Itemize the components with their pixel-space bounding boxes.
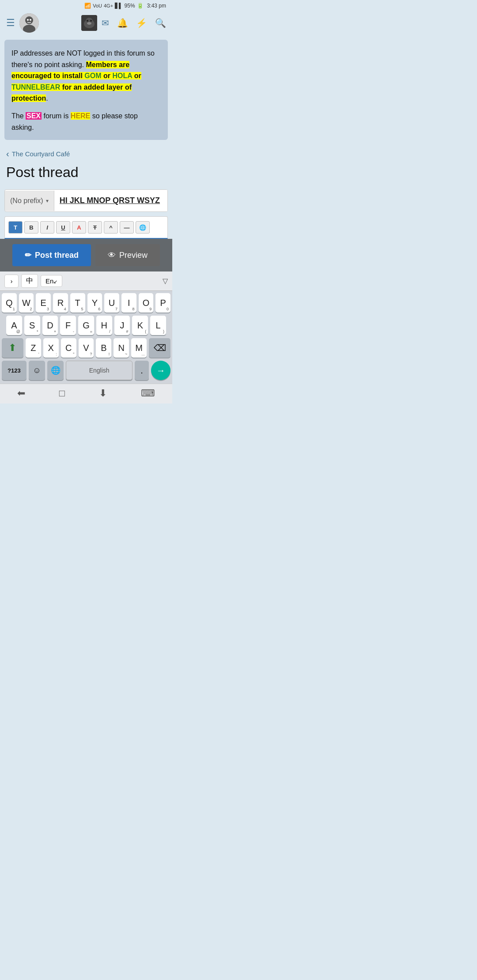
- post-thread-button[interactable]: ✏ Post thread: [12, 244, 91, 266]
- key-n[interactable]: N~: [114, 338, 129, 358]
- bottom-nav: ⬅ □ ⬇ ⌨: [0, 384, 172, 403]
- back-chevron-icon: ‹: [6, 149, 9, 159]
- breadcrumb-label: The Courtyard Café: [12, 150, 70, 158]
- key-l[interactable]: L): [150, 316, 166, 335]
- title-row: (No prefix) ▾: [4, 189, 168, 212]
- keyboard-nav-icon[interactable]: ⌨: [141, 388, 155, 399]
- preview-label: Preview: [119, 251, 148, 260]
- bolt-icon[interactable]: ⚡: [136, 18, 147, 28]
- key-p[interactable]: P0: [155, 293, 170, 313]
- svg-point-9: [90, 20, 92, 22]
- dropdown-arrow-icon: ▾: [46, 198, 49, 204]
- edit-icon: ✏: [25, 250, 31, 260]
- bluetooth-icon: 📶: [84, 3, 91, 9]
- key-h[interactable]: H/: [96, 316, 112, 335]
- key-e[interactable]: E3: [36, 293, 51, 313]
- nav-icons: ✉ 🔔 ⚡ 🔍: [102, 18, 166, 28]
- vol-icon: VoU: [93, 3, 102, 8]
- key-period[interactable]: .: [135, 361, 149, 380]
- prefix-dropdown[interactable]: (No prefix) ▾: [5, 191, 54, 211]
- key-q[interactable]: Q1: [2, 293, 17, 313]
- gorilla-avatar[interactable]: [81, 15, 97, 31]
- toolbar-hr-btn[interactable]: —: [120, 221, 134, 234]
- svg-point-10: [87, 22, 91, 25]
- keyboard-zh-btn[interactable]: 中: [21, 274, 38, 288]
- bell-icon[interactable]: 🔔: [117, 18, 128, 28]
- status-icons: 📶 VoU 4G+ ▋▌ 95% 🔋 3:43 pm: [84, 3, 166, 9]
- key-v[interactable]: V?: [79, 338, 94, 358]
- keyboard-expand-btn[interactable]: ›: [4, 275, 19, 288]
- key-b[interactable]: B!: [96, 338, 111, 358]
- key-r[interactable]: R4: [53, 293, 68, 313]
- thread-title-input[interactable]: [54, 190, 167, 211]
- key-y[interactable]: Y6: [87, 293, 102, 313]
- eye-icon: 👁: [108, 251, 116, 260]
- keyboard-collapse-icon[interactable]: ▽: [163, 277, 168, 285]
- toolbar-color-btn[interactable]: A: [72, 221, 86, 234]
- key-o[interactable]: O9: [139, 293, 154, 313]
- recent-nav-icon[interactable]: ⬇: [99, 388, 107, 399]
- search-icon[interactable]: 🔍: [155, 18, 166, 28]
- key-z[interactable]: Z': [26, 338, 41, 358]
- keyboard-row-2: A@ S* D+ F- G= H/ J# K( L): [0, 313, 172, 336]
- svg-point-8: [87, 20, 88, 22]
- keyboard-lang-options: › 中 En↙: [4, 274, 62, 288]
- key-k[interactable]: K(: [132, 316, 148, 335]
- key-globe[interactable]: 🌐: [47, 361, 64, 380]
- key-enter[interactable]: →: [151, 361, 170, 380]
- hamburger-menu[interactable]: ☰: [6, 17, 15, 29]
- key-shift[interactable]: ⬆: [2, 338, 23, 358]
- key-x[interactable]: X:: [43, 338, 59, 358]
- toolbar-text-btn[interactable]: T: [8, 221, 23, 234]
- key-u[interactable]: U7: [104, 293, 119, 313]
- keyboard-row-4: ?123 ☺ 🌐 English . →: [0, 358, 172, 384]
- key-d[interactable]: D+: [42, 316, 58, 335]
- here-link[interactable]: HERE: [71, 112, 90, 120]
- back-nav-icon[interactable]: ⬅: [17, 388, 25, 399]
- key-a[interactable]: A@: [6, 316, 22, 335]
- keyboard-row-3: ⬆ Z' X: C" V? B! N~ M... ⌫: [0, 336, 172, 358]
- battery-icon: 🔋: [137, 3, 144, 9]
- key-i[interactable]: I8: [121, 293, 136, 313]
- toolbar-italic-btn[interactable]: I: [40, 221, 54, 234]
- toolbar-strikethrough-btn[interactable]: T: [88, 221, 102, 234]
- toolbar-underline-btn[interactable]: U: [56, 221, 70, 234]
- lte-icon: 4G+: [104, 3, 113, 8]
- time: 3:43 pm: [147, 3, 166, 9]
- keyboard-en-btn[interactable]: En↙: [41, 275, 62, 287]
- mail-icon[interactable]: ✉: [102, 18, 109, 28]
- top-nav: ☰ ✉ 🔔 ⚡ 🔍: [0, 11, 172, 37]
- key-backspace[interactable]: ⌫: [149, 338, 170, 358]
- editor-toolbar: T B I U A T ^ — 🌐: [4, 216, 168, 239]
- info-box: IP addresses are NOT logged in this foru…: [4, 40, 168, 140]
- sex-badge: SEX: [26, 112, 42, 120]
- key-f[interactable]: F-: [60, 316, 76, 335]
- page-title: Post thread: [0, 162, 172, 187]
- key-m[interactable]: M...: [131, 338, 147, 358]
- key-c[interactable]: C": [61, 338, 76, 358]
- battery-percent: 95%: [125, 3, 135, 9]
- preview-button[interactable]: 👁 Preview: [95, 244, 160, 266]
- toolbar-superscript-btn[interactable]: ^: [104, 221, 118, 234]
- key-numbers[interactable]: ?123: [2, 361, 26, 380]
- info-text: IP addresses are NOT logged in this foru…: [11, 48, 161, 104]
- action-buttons: ✏ Post thread 👁 Preview: [0, 239, 172, 271]
- key-g[interactable]: G=: [78, 316, 94, 335]
- key-t[interactable]: T5: [70, 293, 85, 313]
- key-j[interactable]: J#: [114, 316, 130, 335]
- home-nav-icon[interactable]: □: [59, 388, 65, 399]
- user-avatar[interactable]: [19, 13, 39, 33]
- keyboard-top-bar: › 中 En↙ ▽: [0, 271, 172, 291]
- toolbar-bold-btn[interactable]: B: [24, 221, 38, 234]
- key-w[interactable]: W2: [19, 293, 34, 313]
- svg-point-3: [27, 19, 29, 21]
- key-emoji[interactable]: ☺: [29, 361, 45, 380]
- breadcrumb[interactable]: ‹ The Courtyard Café: [0, 145, 172, 162]
- signal-icon: ▋▌: [115, 3, 123, 9]
- key-spacebar[interactable]: English: [66, 361, 132, 380]
- svg-point-1: [25, 16, 33, 24]
- status-bar: 📶 VoU 4G+ ▋▌ 95% 🔋 3:43 pm: [0, 0, 172, 11]
- key-s[interactable]: S*: [24, 316, 40, 335]
- toolbar-copyright-btn[interactable]: 🌐: [136, 221, 150, 234]
- post-thread-label: Post thread: [35, 251, 79, 260]
